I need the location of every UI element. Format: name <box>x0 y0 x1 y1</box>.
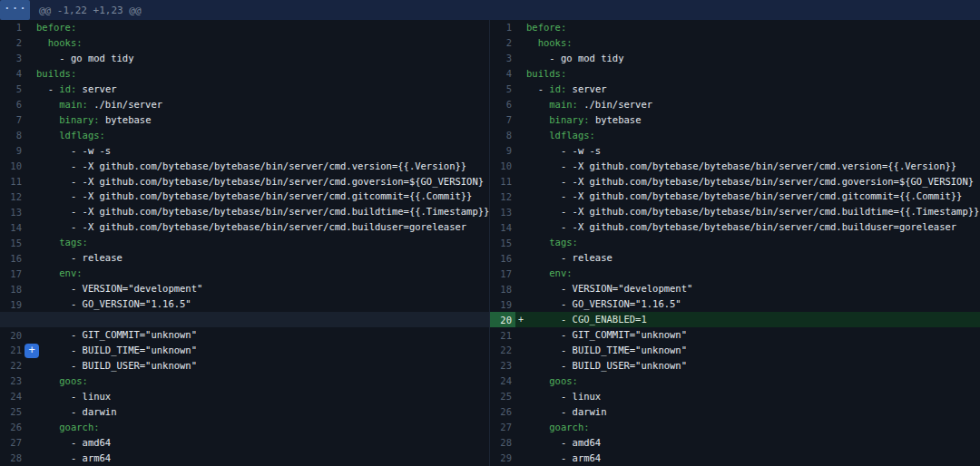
line-number[interactable]: 7 <box>0 112 25 128</box>
line-number[interactable]: 11 <box>0 174 25 189</box>
yaml-key: id: <box>59 83 76 94</box>
line-number[interactable]: 8 <box>0 128 25 143</box>
line-number[interactable]: 5 <box>490 82 515 97</box>
line-number[interactable]: 1 <box>490 20 515 35</box>
line-number[interactable]: 3 <box>0 51 25 66</box>
line-number[interactable]: 23 <box>490 358 515 374</box>
line-number[interactable]: 16 <box>490 250 515 266</box>
yaml-key: builds: <box>526 68 566 79</box>
diff-line: 21 - BUILD_TIME="unknown"+ <box>0 343 489 358</box>
line-number[interactable]: 4 <box>490 66 515 82</box>
diff-line: 1before: <box>0 20 489 35</box>
yaml-key: binary: <box>59 114 99 125</box>
hunk-range-label: @@ -1,22 +1,23 @@ <box>39 0 142 20</box>
line-number[interactable]: 20 <box>0 327 25 343</box>
line-number[interactable]: 6 <box>0 97 25 112</box>
yaml-key: goarch: <box>59 422 99 432</box>
line-number[interactable]: 26 <box>0 420 25 435</box>
line-number[interactable]: 15 <box>490 235 515 250</box>
yaml-text: server <box>566 83 606 94</box>
line-number[interactable]: 26 <box>490 404 515 420</box>
line-number[interactable]: 12 <box>490 189 515 204</box>
line-number[interactable]: 17 <box>0 266 25 281</box>
line-number[interactable]: 14 <box>490 219 515 235</box>
diff-line: 19 - GO_VERSION="1.16.5" <box>0 296 489 312</box>
line-number[interactable]: 4 <box>0 66 25 82</box>
line-number[interactable]: 22 <box>0 358 25 374</box>
line-number[interactable]: 3 <box>490 51 515 66</box>
code-line: - BUILD_USER="unknown" <box>526 358 687 374</box>
line-number[interactable]: 16 <box>0 250 25 266</box>
line-number[interactable]: 1 <box>0 20 25 35</box>
line-number[interactable]: 11 <box>490 174 515 189</box>
code-line: - GO_VERSION="1.16.5" <box>36 296 191 312</box>
diff-line: 25 - linux <box>490 389 980 404</box>
diff-line: 11 - -X github.com/bytebase/bytebase/bin… <box>490 174 980 189</box>
line-number[interactable]: 6 <box>490 97 515 112</box>
line-number[interactable]: 14 <box>0 219 25 235</box>
line-number[interactable]: 27 <box>0 435 25 451</box>
line-number[interactable]: 19 <box>0 296 25 312</box>
add-comment-button[interactable]: + <box>24 344 39 358</box>
diff-line: 23 - BUILD_USER="unknown" <box>490 358 980 374</box>
line-number[interactable]: 2 <box>0 35 25 51</box>
line-number[interactable]: 22 <box>490 343 515 358</box>
line-number[interactable]: 28 <box>490 435 515 451</box>
code-line: - id: server <box>36 82 117 97</box>
line-number[interactable]: 18 <box>0 281 25 296</box>
line-number[interactable]: 2 <box>490 35 515 51</box>
line-number[interactable]: 10 <box>490 159 515 174</box>
line-number[interactable]: 7 <box>490 112 515 128</box>
code-line: env: <box>36 266 83 281</box>
code-line: - GO_VERSION="1.16.5" <box>526 296 681 312</box>
expand-hunk-button[interactable]: ··· <box>0 0 30 20</box>
line-number[interactable]: 9 <box>490 143 515 159</box>
line-number[interactable]: 28 <box>0 451 25 466</box>
line-number[interactable]: 23 <box>0 374 25 389</box>
yaml-key: hooks: <box>538 37 573 48</box>
yaml-text: - -X github.com/bytebase/bytebase/bin/se… <box>561 221 956 232</box>
line-number[interactable]: 5 <box>0 82 25 97</box>
line-number[interactable]: 19 <box>490 296 515 312</box>
yaml-text: - -w -s <box>561 145 601 156</box>
line-number[interactable]: 29 <box>490 451 515 466</box>
yaml-text: ./bin/server <box>88 99 162 110</box>
line-number[interactable]: 10 <box>0 159 25 174</box>
code-line: - arm64 <box>36 451 111 466</box>
yaml-text: - -X github.com/bytebase/bytebase/bin/se… <box>71 206 489 217</box>
line-number[interactable]: 25 <box>490 389 515 404</box>
line-number[interactable]: 21 <box>0 343 25 358</box>
line-number[interactable]: 13 <box>0 204 25 219</box>
line-number[interactable]: 12 <box>0 189 25 204</box>
yaml-text: - amd64 <box>561 437 601 448</box>
line-number[interactable]: 21 <box>490 327 515 343</box>
code-line: - darwin <box>36 404 117 420</box>
diff-line: 19 - GO_VERSION="1.16.5" <box>490 296 980 312</box>
code-line: - -X github.com/bytebase/bytebase/bin/se… <box>36 204 489 219</box>
line-number[interactable]: 8 <box>490 128 515 143</box>
yaml-text: - -X github.com/bytebase/bytebase/bin/se… <box>561 176 974 187</box>
line-number[interactable]: 24 <box>0 389 25 404</box>
line-number[interactable]: 15 <box>0 235 25 250</box>
line-number[interactable]: 27 <box>490 420 515 435</box>
diff-right-pane: 1before:2 hooks:3 - go mod tidy4builds:5… <box>490 20 980 466</box>
line-number[interactable]: 13 <box>490 204 515 219</box>
line-number[interactable]: 18 <box>490 281 515 296</box>
yaml-text: - -X github.com/bytebase/bytebase/bin/se… <box>71 160 466 171</box>
diff-line: 4builds: <box>0 66 489 82</box>
code-line: - GIT_COMMIT="unknown" <box>526 327 687 343</box>
yaml-text: - linux <box>71 391 111 402</box>
yaml-text: - -X github.com/bytebase/bytebase/bin/se… <box>561 190 963 201</box>
line-number[interactable]: 25 <box>0 404 25 420</box>
diff-line: 22 - BUILD_USER="unknown" <box>0 358 489 374</box>
line-number[interactable]: 17 <box>490 266 515 281</box>
line-number[interactable]: 24 <box>490 374 515 389</box>
diff-line: 6 main: ./bin/server <box>0 97 489 112</box>
line-number[interactable]: 20 <box>490 312 515 327</box>
code-line: - amd64 <box>36 435 111 451</box>
code-line: - VERSION="development" <box>526 281 692 296</box>
line-number[interactable]: 9 <box>0 143 25 159</box>
code-line: - -X github.com/bytebase/bytebase/bin/se… <box>36 189 472 204</box>
diff-hunk-header: ··· @@ -1,22 +1,23 @@ <box>0 0 980 20</box>
diff-line: 14 - -X github.com/bytebase/bytebase/bin… <box>0 219 489 235</box>
